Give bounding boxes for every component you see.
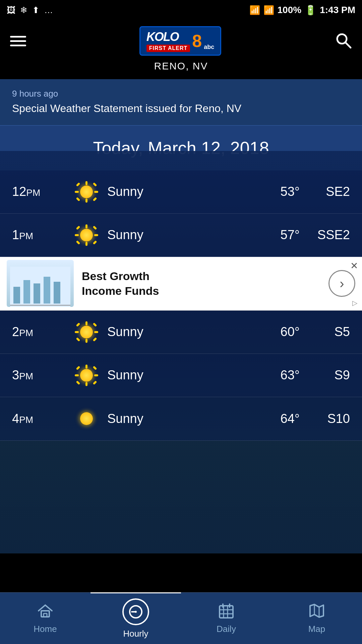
svg-rect-3 <box>13 287 20 304</box>
time-12pm: 12PM <box>12 184 66 199</box>
temp-4pm: 64° <box>256 412 300 426</box>
ad-banner: Best Growth Income Funds › ✕ ▷ <box>0 257 362 311</box>
weather-row[interactable]: 3PM Sunny 63° S9 <box>0 354 362 397</box>
logo-container: KOLO FIRST ALERT 8 abc <box>139 26 221 56</box>
bottom-nav: Home Hourly Daily <box>0 592 362 644</box>
map-icon <box>308 602 325 621</box>
logo-abc: abc <box>204 44 214 51</box>
more-icon: … <box>44 5 53 15</box>
weather-row[interactable]: 2PM Sunny 60° S5 <box>0 311 362 354</box>
condition-3pm: Sunny <box>107 368 256 382</box>
nav-map-label: Map <box>308 624 325 634</box>
snow-icon: ❄ <box>20 5 27 15</box>
nav-home[interactable]: Home <box>0 592 90 644</box>
ad-close-button[interactable]: ✕ <box>350 260 358 271</box>
temp-2pm: 60° <box>256 325 300 339</box>
wind-12pm: SE2 <box>306 184 350 199</box>
ad-headline: Best Growth Income Funds <box>82 269 320 298</box>
ad-arrow-button[interactable]: › <box>328 270 355 297</box>
svg-rect-10 <box>44 613 47 617</box>
svg-point-12 <box>135 611 137 613</box>
svg-rect-7 <box>54 282 60 304</box>
wifi-icon: 📶 <box>249 5 260 15</box>
time-label: 1:43 PM <box>320 5 355 15</box>
menu-button[interactable] <box>10 36 26 46</box>
daily-icon <box>218 602 235 621</box>
time-4pm: 4PM <box>12 412 66 426</box>
nav-daily-label: Daily <box>217 624 236 634</box>
alert-banner[interactable]: 9 hours ago Special Weather Statement is… <box>0 79 362 126</box>
nav-map[interactable]: Map <box>272 592 362 644</box>
nav-daily[interactable]: Daily <box>181 592 272 644</box>
condition-4pm: Sunny <box>107 412 256 426</box>
sun-icon-2pm <box>76 321 97 343</box>
ad-label: ▷ <box>352 299 357 307</box>
temp-1pm: 57° <box>256 228 300 242</box>
search-button[interactable] <box>335 32 352 50</box>
svg-rect-6 <box>44 277 50 304</box>
alert-message: Special Weather Statement issued for Ren… <box>12 102 350 116</box>
location-label: RENO, NV <box>154 60 208 72</box>
ad-image <box>7 260 74 307</box>
sun-icon-1pm <box>76 224 97 246</box>
nav-hourly-label: Hourly <box>123 629 148 639</box>
svg-rect-13 <box>220 606 233 618</box>
kolo-text: KOLO <box>146 30 179 44</box>
wind-1pm: SSE2 <box>306 228 350 242</box>
condition-2pm: Sunny <box>107 325 256 339</box>
wind-2pm: S5 <box>306 325 350 339</box>
svg-rect-4 <box>23 280 30 304</box>
condition-12pm: Sunny <box>107 184 256 199</box>
weather-row[interactable]: 12PM Sunny 53° SE2 <box>0 170 362 214</box>
svg-rect-5 <box>34 283 40 304</box>
weather-row[interactable]: 1PM Sunny 57° SSE2 <box>0 214 362 257</box>
wind-4pm: S10 <box>306 412 350 426</box>
weather-rows: 12PM Sunny 53° SE2 1PM <box>0 170 362 441</box>
wind-3pm: S9 <box>306 368 350 382</box>
alert-time: 9 hours ago <box>12 89 350 99</box>
sun-icon-4pm <box>76 408 97 429</box>
sun-icon-3pm <box>76 365 97 386</box>
logo-box: KOLO FIRST ALERT 8 abc <box>139 26 221 56</box>
battery-icon: 🔋 <box>305 5 316 16</box>
home-icon <box>37 602 54 621</box>
time-1pm: 1PM <box>12 228 66 242</box>
svg-line-1 <box>345 42 351 48</box>
status-bar: 🖼 ❄ ⬆ … 📶 📶 100% 🔋 1:43 PM <box>0 0 362 20</box>
app-header: KOLO FIRST ALERT 8 abc RENO, NV <box>0 20 362 79</box>
temp-12pm: 53° <box>256 184 300 199</box>
weather-row-partial[interactable]: 4PM Sunny 64° S10 <box>0 397 362 441</box>
sun-icon-12pm <box>76 181 97 203</box>
upload-icon: ⬆ <box>32 5 40 15</box>
nav-hourly[interactable]: Hourly <box>90 592 181 644</box>
status-right-info: 📶 📶 100% 🔋 1:43 PM <box>249 5 355 16</box>
logo-8: 8 <box>192 32 202 50</box>
nav-home-label: Home <box>34 624 57 634</box>
battery-label: 100% <box>278 5 302 15</box>
temp-3pm: 63° <box>256 368 300 382</box>
time-2pm: 2PM <box>12 325 66 339</box>
photo-icon: 🖼 <box>7 5 15 15</box>
first-alert-label: FIRST ALERT <box>146 45 190 52</box>
time-3pm: 3PM <box>12 368 66 382</box>
condition-1pm: Sunny <box>107 228 256 242</box>
ad-text-block: Best Growth Income Funds <box>74 269 328 298</box>
hourly-icon <box>122 598 149 625</box>
signal-icon: 📶 <box>263 5 274 15</box>
status-left-icons: 🖼 ❄ ⬆ … <box>7 5 53 15</box>
